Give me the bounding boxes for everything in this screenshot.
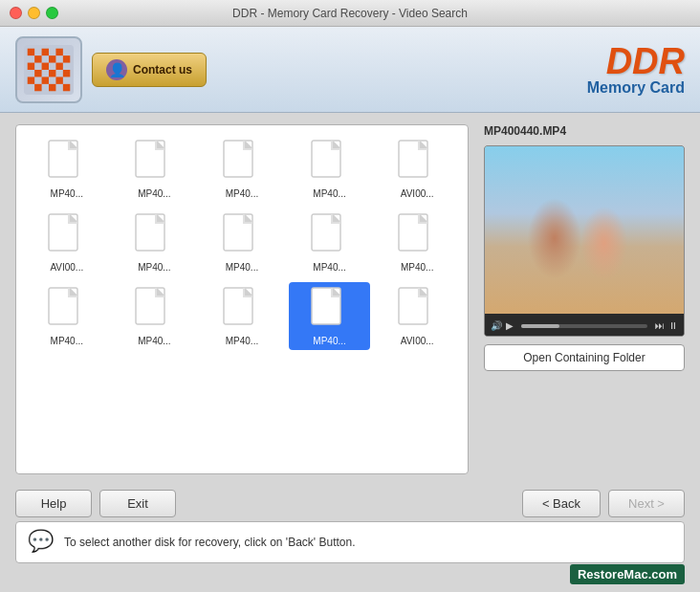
file-item[interactable]: MP40... bbox=[289, 208, 371, 276]
maximize-button[interactable] bbox=[46, 7, 58, 19]
bottom-right-buttons: < Back Next > bbox=[522, 490, 685, 517]
svg-rect-11 bbox=[49, 70, 55, 77]
help-button[interactable]: Help bbox=[15, 490, 92, 517]
file-icon bbox=[47, 212, 87, 260]
preview-box: 🔊 ▶ ⏭ ⏸ bbox=[484, 145, 685, 337]
file-icon bbox=[222, 212, 262, 260]
svg-rect-65 bbox=[485, 252, 684, 314]
open-folder-button[interactable]: Open Containing Folder bbox=[484, 344, 685, 371]
status-bar: 💬 To select another disk for recovery, c… bbox=[15, 521, 685, 563]
svg-rect-81 bbox=[616, 183, 623, 207]
svg-rect-68 bbox=[628, 204, 657, 261]
play-button[interactable]: ▶ bbox=[506, 320, 514, 331]
svg-line-74 bbox=[547, 250, 554, 285]
window-title: DDR - Memory Card Recovery - Video Searc… bbox=[232, 7, 468, 20]
svg-rect-15 bbox=[55, 77, 62, 83]
svg-rect-6 bbox=[63, 55, 70, 62]
file-item[interactable]: MP40... bbox=[289, 282, 371, 350]
close-button[interactable] bbox=[10, 7, 22, 19]
file-panel[interactable]: MP40... MP40... MP40... MP40... AVI00... bbox=[15, 124, 469, 474]
file-icon bbox=[47, 139, 87, 186]
file-item[interactable]: MP40... bbox=[201, 208, 283, 276]
svg-rect-10 bbox=[34, 70, 41, 77]
svg-rect-13 bbox=[28, 77, 34, 83]
window-controls[interactable] bbox=[10, 7, 58, 19]
volume-icon[interactable]: 🔊 bbox=[491, 320, 502, 331]
svg-point-69 bbox=[542, 186, 577, 259]
file-label: MP40... bbox=[226, 262, 258, 273]
contact-label: Contact us bbox=[133, 63, 192, 77]
contact-icon: 👤 bbox=[106, 59, 127, 80]
svg-rect-1 bbox=[28, 48, 34, 55]
file-icon bbox=[310, 139, 350, 186]
svg-point-87 bbox=[507, 225, 520, 259]
ddr-subtitle: Memory Card bbox=[587, 79, 685, 97]
exit-button[interactable]: Exit bbox=[99, 490, 176, 517]
svg-rect-4 bbox=[34, 55, 41, 62]
file-label: MP40... bbox=[313, 262, 345, 273]
file-item[interactable]: MP40... bbox=[201, 135, 283, 203]
file-item[interactable]: MP40... bbox=[289, 135, 371, 203]
file-icon bbox=[47, 286, 87, 334]
bottom-bar: Help Exit < Back Next > bbox=[0, 486, 700, 521]
file-item[interactable]: MP40... bbox=[26, 135, 108, 203]
file-icon bbox=[134, 212, 174, 260]
file-label: AVI00... bbox=[401, 188, 434, 199]
file-icon bbox=[222, 286, 262, 334]
next-button[interactable]: Next > bbox=[608, 490, 685, 517]
file-label: MP40... bbox=[401, 262, 433, 273]
skip-forward-icon[interactable]: ⏭ bbox=[655, 320, 665, 331]
file-item[interactable]: MP40... bbox=[376, 208, 458, 276]
file-icon bbox=[397, 286, 437, 334]
svg-line-83 bbox=[595, 252, 602, 288]
svg-rect-2 bbox=[42, 48, 49, 55]
header: 👤 Contact us DDR Memory Card bbox=[0, 27, 700, 113]
preview-panel: MP400440.MP4 bbox=[484, 124, 685, 474]
file-label: AVI00... bbox=[50, 262, 83, 273]
file-label: MP40... bbox=[138, 262, 170, 273]
contact-button[interactable]: 👤 Contact us bbox=[92, 53, 207, 87]
file-label: MP40... bbox=[138, 188, 170, 199]
file-label: MP40... bbox=[51, 336, 83, 346]
file-label: AVI00... bbox=[401, 336, 434, 346]
ddr-title: DDR bbox=[587, 43, 685, 79]
svg-rect-3 bbox=[55, 48, 62, 55]
svg-point-76 bbox=[592, 190, 623, 259]
svg-line-75 bbox=[565, 250, 573, 285]
file-item[interactable]: MP40... bbox=[201, 282, 283, 350]
progress-bar[interactable] bbox=[521, 324, 647, 328]
file-icon bbox=[310, 212, 350, 260]
file-icon bbox=[397, 212, 437, 260]
file-item[interactable]: AVI00... bbox=[26, 208, 108, 276]
file-label: MP40... bbox=[138, 336, 170, 346]
main-content: MP40... MP40... MP40... MP40... AVI00... bbox=[0, 113, 700, 486]
svg-rect-14 bbox=[42, 77, 49, 83]
file-item[interactable]: MP40... bbox=[26, 282, 108, 350]
back-button[interactable]: < Back bbox=[522, 490, 601, 517]
minimize-button[interactable] bbox=[28, 7, 40, 19]
file-icon bbox=[310, 286, 350, 334]
file-label: MP40... bbox=[51, 188, 83, 199]
status-message: To select another disk for recovery, cli… bbox=[64, 536, 356, 549]
svg-point-79 bbox=[595, 170, 620, 187]
svg-rect-70 bbox=[544, 215, 575, 242]
file-item[interactable]: MP40... bbox=[114, 135, 196, 203]
svg-rect-77 bbox=[594, 217, 621, 242]
file-item[interactable]: AVI00... bbox=[376, 282, 458, 350]
file-item[interactable]: AVI00... bbox=[376, 135, 458, 203]
svg-rect-12 bbox=[63, 70, 70, 77]
file-label: MP40... bbox=[313, 188, 345, 199]
svg-rect-66 bbox=[485, 194, 523, 261]
svg-point-86 bbox=[655, 215, 668, 250]
title-bar: DDR - Memory Card Recovery - Video Searc… bbox=[0, 0, 700, 27]
svg-point-72 bbox=[547, 169, 572, 185]
file-item[interactable]: MP40... bbox=[114, 208, 196, 276]
header-right: DDR Memory Card bbox=[587, 43, 685, 97]
svg-rect-18 bbox=[63, 83, 70, 90]
pause-icon[interactable]: ⏸ bbox=[668, 320, 678, 331]
svg-rect-64 bbox=[485, 146, 684, 314]
file-icon bbox=[134, 286, 174, 334]
file-item[interactable]: MP40... bbox=[114, 282, 196, 350]
file-icon bbox=[134, 139, 174, 186]
video-controls[interactable]: 🔊 ▶ ⏭ ⏸ bbox=[485, 314, 684, 337]
